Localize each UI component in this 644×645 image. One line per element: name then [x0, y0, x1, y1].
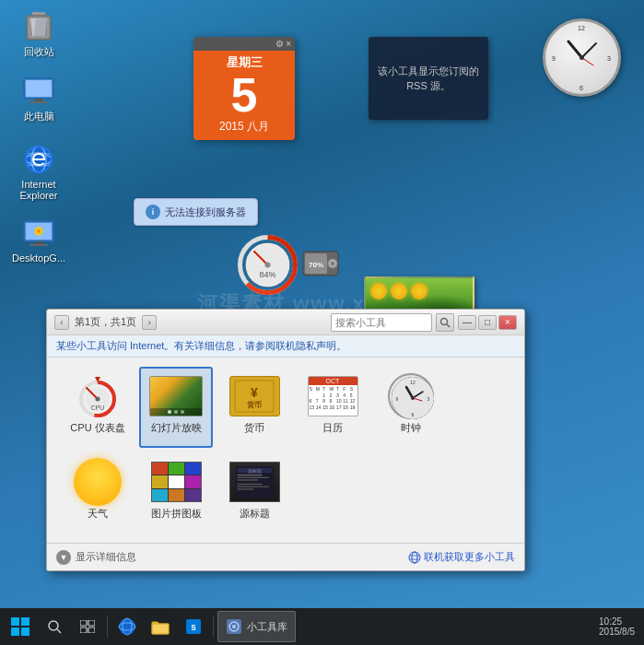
widget-network: i 无法连接到服务器	[134, 198, 258, 226]
svg-rect-7	[29, 101, 48, 103]
svg-line-25	[582, 43, 597, 58]
svg-text:70%: 70%	[309, 261, 323, 269]
widget-calendar-month: 2015 八月	[201, 119, 287, 135]
widget-calendar-settings[interactable]: ⚙	[275, 39, 284, 49]
footer-toggle-icon: ▼	[56, 550, 71, 565]
svg-point-94	[232, 625, 236, 628]
taskbar-search-button[interactable]	[39, 611, 70, 642]
dialog-nav-prev[interactable]: ‹	[54, 315, 69, 330]
svg-rect-66	[237, 477, 268, 478]
gadget-weather-label: 天气	[88, 508, 108, 520]
dialog-search-input[interactable]	[331, 313, 432, 332]
svg-text:84%: 84%	[259, 270, 275, 279]
dialog-minimize-button[interactable]: —	[458, 315, 476, 330]
svg-line-42	[447, 324, 450, 327]
gadget-feed-label: 源标题	[240, 508, 270, 520]
svg-rect-76	[11, 617, 19, 626]
footer-toggle-label: 显示详细信息	[76, 550, 136, 564]
gadget-item-currency[interactable]: ¥ 货币 货币	[217, 367, 291, 448]
svg-point-72	[409, 552, 420, 563]
widget-calendar-body: 星期三 5 2015 八月	[193, 51, 295, 140]
gadget-item-cpu[interactable]: CPU CPU 仪表盘	[61, 367, 135, 448]
dialog-close-button[interactable]: ×	[498, 315, 517, 330]
gadget-cpu-icon-wrap: CPU	[70, 373, 125, 419]
svg-text:货币: 货币	[247, 400, 262, 409]
taskbar-app-gadget-lib[interactable]: 小工具库	[217, 611, 296, 642]
svg-point-62	[411, 396, 415, 400]
gadget-slideshow-icon	[149, 376, 203, 416]
widget-clock: 12 3 6 9	[543, 18, 626, 101]
recycle-bin-icon	[22, 9, 55, 42]
gadget-weather-icon	[74, 458, 122, 506]
dialog-title-right: — □ ×	[331, 313, 517, 332]
svg-text:源标题: 源标题	[248, 468, 262, 474]
taskbar-app-ie[interactable]	[111, 611, 143, 642]
svg-rect-68	[237, 484, 262, 485]
dialog-notice[interactable]: 某些小工具访问 Internet。有关详细信息，请参阅联机隐私声明。	[47, 335, 524, 358]
dialog-nav-next[interactable]: ›	[142, 315, 157, 330]
flower-3	[411, 283, 427, 299]
taskbar-app-store[interactable]: s	[178, 611, 209, 642]
gadget-feed-icon-wrap: 源标题	[227, 459, 282, 505]
this-pc-label: 此电脑	[24, 110, 54, 123]
hdd-widget: 70%	[301, 244, 340, 287]
svg-text:¥: ¥	[251, 385, 258, 400]
file-explorer-icon	[151, 618, 170, 635]
desktop-icon-this-pc[interactable]: 此电脑	[9, 74, 68, 123]
gadget-item-slideshow[interactable]: 幻灯片放映	[139, 367, 213, 448]
taskbar-app-file-explorer[interactable]	[145, 611, 176, 642]
svg-rect-67	[237, 479, 258, 480]
store-icon: s	[185, 618, 202, 635]
dialog-footer: ▼ 显示详细信息 联机获取更多小工具	[47, 543, 524, 570]
flower-2	[391, 283, 407, 299]
widget-performance: 84% 70%	[238, 235, 340, 295]
gadget-puzzle-label: 图片拼图板	[151, 508, 202, 520]
gadget-puzzle-icon	[151, 462, 202, 502]
svg-text:12: 12	[578, 25, 585, 31]
gadget-dialog: ‹ 第1页，共1页 › — □ × 某些小工具	[46, 309, 525, 571]
gadget-feed-icon: 源标题	[229, 462, 280, 502]
svg-point-27	[580, 55, 584, 60]
svg-text:6: 6	[412, 412, 415, 417]
windows-logo-icon	[10, 616, 30, 637]
dialog-maximize-button[interactable]: □	[478, 315, 497, 330]
gadget-calendar-header: OCT	[309, 377, 357, 385]
taskbar-task-view-button[interactable]	[72, 611, 103, 642]
gadget-item-clock[interactable]: 12 3 6 9 时钟	[374, 367, 448, 448]
svg-text:s: s	[191, 622, 196, 632]
dialog-titlebar: ‹ 第1页，共1页 › — □ ×	[47, 310, 524, 335]
taskbar-start-button[interactable]	[4, 611, 37, 642]
gadget-currency-icon: ¥ 货币	[229, 376, 280, 416]
svg-line-81	[57, 629, 61, 633]
gadget-lib-taskbar-icon	[226, 618, 242, 635]
svg-point-80	[49, 621, 58, 630]
gadget-lib-taskbar-label: 小工具库	[247, 620, 287, 634]
gadget-item-puzzle[interactable]: 图片拼图板	[139, 452, 213, 534]
flower-1	[370, 283, 387, 299]
clock-face: 12 3 6 9	[543, 18, 621, 97]
desktop-icon-ie[interactable]: Internet Explorer	[9, 143, 68, 201]
dialog-search-button[interactable]	[436, 313, 454, 332]
gadget-calendar-label: 日历	[322, 422, 343, 434]
desktop-icon-desktopg[interactable]: DesktopG...	[9, 217, 68, 264]
desktop-icon-recycle-bin[interactable]: 回收站	[9, 9, 68, 59]
taskbar-separator-1	[107, 616, 108, 638]
widget-network-text: 无法连接到服务器	[165, 205, 246, 219]
desktopg-label: DesktopG...	[12, 252, 65, 264]
puzzle-piece-9	[185, 489, 201, 501]
gadget-item-calendar[interactable]: OCT SMTWTFS 12345 6789101112 13141516171…	[296, 367, 369, 448]
footer-toggle[interactable]: ▼ 显示详细信息	[56, 550, 136, 565]
widget-calendar-close[interactable]: ×	[286, 39, 291, 49]
ie-taskbar-icon	[118, 617, 136, 636]
svg-line-24	[568, 41, 582, 58]
svg-text:3: 3	[427, 396, 430, 402]
svg-text:12: 12	[410, 380, 416, 385]
widget-calendar-day-num: 5	[201, 71, 287, 119]
footer-link[interactable]: 联机获取更多小工具	[408, 550, 515, 564]
gadget-clock-icon: 12 3 6 9	[388, 373, 434, 419]
gadget-weather-icon-wrap	[70, 459, 125, 505]
gadget-cpu-label: CPU 仪表盘	[70, 422, 124, 434]
gadget-item-weather[interactable]: 天气	[61, 452, 135, 534]
gadget-item-feed[interactable]: 源标题 源标题	[217, 452, 291, 534]
svg-rect-8	[26, 80, 52, 97]
